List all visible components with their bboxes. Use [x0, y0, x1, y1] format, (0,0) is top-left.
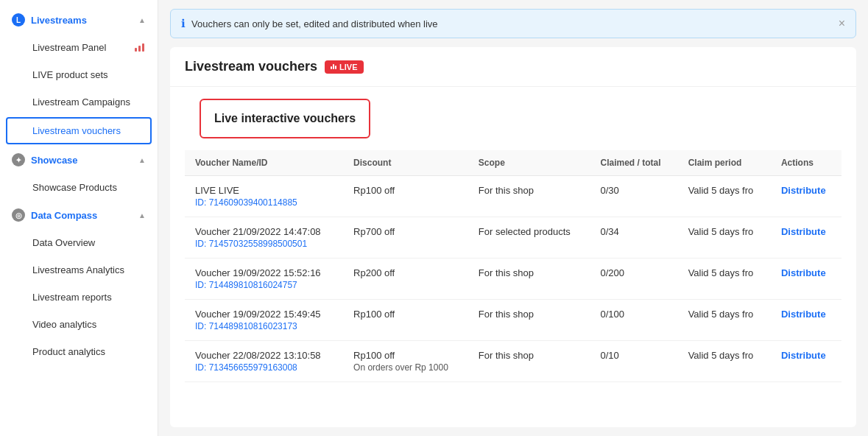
sidebar-item-showcase-products[interactable]: Showcase Products	[0, 174, 158, 201]
voucher-claimed: 0/100	[590, 300, 678, 341]
voucher-id: ID: 71457032558998500501	[195, 239, 333, 249]
data-compass-section-icon: ◎	[12, 208, 25, 222]
voucher-name: Voucher 22/08/2022 13:10:58	[195, 350, 333, 361]
col-voucher-name: Voucher Name/ID	[185, 150, 343, 176]
distribute-button[interactable]: Distribute	[781, 267, 826, 278]
col-claim-period: Claim period	[678, 150, 771, 176]
voucher-discount: Rp100 off	[353, 309, 458, 320]
voucher-claimed: 0/200	[590, 259, 678, 300]
table-row: Voucher 22/08/2022 13:10:58 ID: 71345665…	[185, 341, 841, 382]
voucher-period: Valid 5 days fro	[678, 300, 771, 341]
chevron-up-icon: ▲	[138, 16, 146, 24]
notice-banner: ℹ Vouchers can only be set, edited and d…	[170, 9, 856, 38]
content-header: Livestream vouchers LIVE	[170, 47, 856, 87]
voucher-id: ID: 714609039400114885	[195, 197, 333, 208]
voucher-id: ID: 713456655979163008	[195, 362, 333, 373]
sidebar-item-video-analytics[interactable]: Video analytics	[0, 311, 158, 338]
page-title: Livestream vouchers	[185, 59, 317, 74]
showcase-section-icon: ✦	[12, 153, 25, 166]
main-content: ℹ Vouchers can only be set, edited and d…	[158, 0, 868, 436]
sidebar-item-product-analytics[interactable]: Product analytics	[0, 338, 158, 365]
sidebar-item-livestream-campaigns[interactable]: Livestream Campaigns	[0, 88, 158, 116]
section-card: Live interactive vouchers	[200, 99, 370, 138]
col-scope: Scope	[468, 150, 590, 176]
section-title: Live interactive vouchers	[214, 112, 356, 124]
chevron-up-icon-data: ▲	[138, 211, 146, 219]
sidebar-section-data-compass-label: Data Compass	[31, 210, 97, 221]
voucher-period: Valid 5 days fro	[678, 341, 771, 382]
sidebar-item-live-product-sets[interactable]: LIVE product sets	[0, 61, 158, 88]
voucher-scope: For this shop	[468, 341, 590, 382]
live-badge: LIVE	[325, 60, 363, 74]
distribute-button[interactable]: Distribute	[781, 350, 826, 361]
voucher-claimed: 0/10	[590, 341, 678, 382]
info-icon: ℹ	[181, 17, 186, 30]
voucher-id: ID: 714489810816023173	[195, 321, 333, 331]
voucher-scope: For this shop	[468, 176, 590, 217]
chevron-up-icon-showcase: ▲	[138, 156, 146, 164]
live-label: LIVE	[339, 63, 357, 71]
sidebar-section-showcase[interactable]: ✦ Showcase ▲	[0, 146, 158, 174]
voucher-table: Voucher Name/ID Discount Scope Claimed /…	[185, 150, 841, 382]
voucher-name: LIVE LIVE	[195, 185, 333, 196]
voucher-claimed: 0/30	[590, 176, 678, 217]
sidebar: L Livestreams ▲ Livestream Panel LIVE pr…	[0, 0, 158, 436]
voucher-claimed: 0/34	[590, 217, 678, 259]
voucher-discount: Rp200 off	[353, 267, 458, 278]
live-bars-icon	[331, 64, 336, 69]
table-row: Voucher 19/09/2022 15:52:16 ID: 71448981…	[185, 259, 841, 300]
notice-text: Vouchers can only be set, edited and dis…	[191, 18, 438, 29]
voucher-scope: For this shop	[468, 300, 590, 341]
content-card: Livestream vouchers LIVE Live interactiv…	[170, 47, 856, 427]
voucher-discount: Rp700 off	[353, 226, 458, 237]
col-discount: Discount	[343, 150, 468, 176]
sidebar-item-livestream-panel[interactable]: Livestream Panel	[0, 34, 158, 61]
voucher-table-container: Voucher Name/ID Discount Scope Claimed /…	[185, 150, 841, 415]
sidebar-section-data-compass[interactable]: ◎ Data Compass ▲	[0, 201, 158, 229]
col-claimed: Claimed / total	[590, 150, 678, 176]
distribute-button[interactable]: Distribute	[781, 185, 826, 196]
table-row: Voucher 21/09/2022 14:47:08 ID: 71457032…	[185, 217, 841, 259]
sidebar-item-livestream-reports[interactable]: Livestream reports	[0, 284, 158, 311]
distribute-button[interactable]: Distribute	[781, 309, 826, 320]
voucher-discount: Rp100 off	[353, 185, 458, 196]
close-notice-button[interactable]: ×	[839, 17, 845, 30]
chart-bar-icon	[135, 43, 144, 52]
table-row: Voucher 19/09/2022 15:49:45 ID: 71448981…	[185, 300, 841, 341]
col-actions: Actions	[771, 150, 841, 176]
voucher-scope: For this shop	[468, 259, 590, 300]
sidebar-section-showcase-label: Showcase	[31, 155, 78, 166]
sidebar-section-livestreams[interactable]: L Livestreams ▲	[0, 6, 158, 34]
voucher-discount: Rp100 off	[353, 350, 458, 361]
voucher-scope: For selected products	[468, 217, 590, 259]
livestreams-section-icon: L	[12, 13, 25, 27]
sidebar-item-data-overview[interactable]: Data Overview	[0, 229, 158, 256]
voucher-name: Voucher 21/09/2022 14:47:08	[195, 226, 333, 237]
table-header-row: Voucher Name/ID Discount Scope Claimed /…	[185, 150, 841, 176]
voucher-name: Voucher 19/09/2022 15:49:45	[195, 309, 333, 320]
voucher-id: ID: 714489810816024757	[195, 280, 333, 290]
distribute-button[interactable]: Distribute	[781, 226, 826, 237]
sidebar-section-livestreams-label: Livestreams	[31, 15, 87, 26]
voucher-name: Voucher 19/09/2022 15:52:16	[195, 267, 333, 278]
voucher-period: Valid 5 days fro	[678, 176, 771, 217]
sidebar-item-livestreams-analytics[interactable]: Livestreams Analytics	[0, 256, 158, 284]
sidebar-item-livestream-vouchers[interactable]: Livestream vouchers	[6, 117, 152, 144]
voucher-period: Valid 5 days fro	[678, 259, 771, 300]
discount-note: On orders over Rp 1000	[353, 362, 458, 373]
table-row: LIVE LIVE ID: 714609039400114885 Rp100 o…	[185, 176, 841, 217]
voucher-period: Valid 5 days fro	[678, 217, 771, 259]
